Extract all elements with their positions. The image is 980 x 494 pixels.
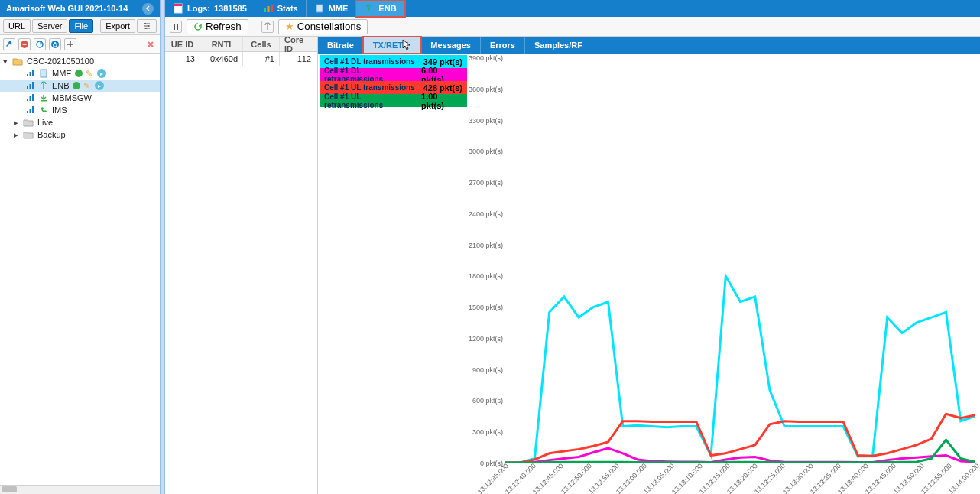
doc-icon — [173, 3, 183, 14]
poweroff-icon[interactable] — [49, 38, 61, 50]
legend-value: 1.00 pkt(s) — [421, 92, 462, 110]
subtab-txretx-label: TX/RETX — [373, 41, 408, 50]
url-button[interactable]: URL — [3, 19, 31, 33]
app-header: Amarisoft Web GUI 2021-10-14 — [0, 0, 160, 17]
subtab-messages[interactable]: Messages — [421, 37, 481, 54]
tree-backup[interactable]: ▸ Backup — [0, 128, 160, 141]
tab-logs-value: 1381585 — [214, 4, 247, 13]
signal-icon — [26, 69, 35, 78]
th-core[interactable]: Core ID — [280, 37, 316, 51]
edit-icon[interactable]: ✎ — [83, 81, 90, 91]
server-button[interactable]: Server — [32, 19, 67, 33]
status-ok-icon — [73, 82, 80, 89]
svg-rect-13 — [30, 84, 31, 89]
edit-icon[interactable]: ✎ — [86, 69, 92, 79]
refresh-icon — [193, 22, 203, 31]
legend-row[interactable]: Cell #1 DL retransmissions 6.00 pkt(s) — [320, 68, 467, 81]
cell-rnti: 0x460d — [200, 52, 243, 66]
play-icon[interactable]: ▸ — [97, 69, 106, 78]
svg-rect-4 — [23, 44, 27, 45]
phone-icon — [39, 106, 48, 115]
folder-icon — [12, 57, 23, 66]
export-button[interactable]: Export — [100, 19, 135, 33]
play-icon[interactable]: ▸ — [95, 81, 104, 90]
tab-logs-label: Logs: — [187, 4, 210, 13]
chart-area: Bitrate TX/RETX Messages Errors Samples/… — [318, 37, 980, 494]
svg-rect-25 — [267, 6, 269, 12]
collapse-icon[interactable]: ▾ — [3, 57, 11, 67]
th-rnti[interactable]: RNTI — [200, 37, 243, 51]
restart-icon[interactable] — [34, 38, 46, 50]
svg-rect-21 — [32, 106, 34, 113]
subtab-errors[interactable]: Errors — [481, 37, 525, 54]
antenna-icon — [364, 3, 375, 14]
svg-rect-28 — [174, 24, 175, 30]
antenna-icon — [39, 81, 48, 90]
tree-item-ims[interactable]: IMS — [0, 104, 160, 116]
subtab-bitrate[interactable]: Bitrate — [318, 37, 364, 54]
pause-icon[interactable] — [170, 21, 182, 33]
ue-table-header: UE ID RNTI Cells Core ID — [165, 37, 317, 52]
bars-icon — [263, 3, 274, 14]
tree-root[interactable]: ▾ CBC-2021050100 — [0, 55, 160, 67]
legend-label: Cell #1 UL retransmissions — [324, 93, 421, 109]
left-toolbar: URL Server File Export — [0, 17, 160, 35]
svg-point-0 — [144, 23, 146, 24]
tree-item-mbmsgw[interactable]: MBMSGW — [0, 92, 160, 104]
tab-stats[interactable]: Stats — [255, 0, 307, 17]
antenna-icon[interactable] — [261, 21, 274, 33]
tree-item-mme[interactable]: MME ✎ ▸ — [0, 67, 160, 80]
th-cells[interactable]: Cells — [243, 37, 280, 51]
x-axis: 13:12:35.00013:12:40.00013:12:45.00013:1… — [505, 463, 975, 494]
add-icon[interactable] — [64, 38, 76, 50]
stop-icon[interactable] — [18, 38, 31, 50]
svg-rect-27 — [316, 5, 323, 12]
subtab-txretx[interactable]: TX/RETX — [364, 37, 421, 54]
file-button[interactable]: File — [69, 19, 93, 33]
svg-rect-11 — [41, 70, 47, 77]
tab-stats-label: Stats — [277, 4, 298, 13]
wrench-icon[interactable] — [3, 38, 15, 50]
cell-ueid: 13 — [165, 52, 200, 66]
subtab-samples[interactable]: Samples/RF — [525, 37, 592, 54]
tab-enb[interactable]: ENB — [356, 0, 404, 17]
tab-logs[interactable]: Logs: 1381585 — [165, 0, 255, 17]
legend-label: Cell #1 UL transmissions — [324, 83, 415, 92]
legend-row[interactable]: Cell #1 UL retransmissions 1.00 pkt(s) — [320, 94, 467, 107]
content-row: UE ID RNTI Cells Core ID 13 0x460d #1 11… — [165, 37, 980, 494]
tree-backup-label: Backup — [37, 130, 66, 139]
folder-icon — [23, 118, 34, 127]
tree-live[interactable]: ▸ Live — [0, 116, 160, 128]
tree-scrollbar[interactable] — [0, 485, 160, 494]
tab-mme[interactable]: MME — [307, 0, 357, 17]
app-title: Amarisoft Web GUI 2021-10-14 — [6, 4, 128, 13]
svg-rect-17 — [32, 94, 34, 101]
constellations-label: Constellations — [297, 21, 362, 32]
expand-icon[interactable]: ▸ — [14, 130, 21, 140]
plot[interactable]: 0 pkt(s)300 pkt(s)600 pkt(s)900 pkt(s)12… — [469, 54, 980, 494]
clear-icon[interactable] — [144, 38, 157, 50]
tree-root-label: CBC-2021050100 — [27, 57, 94, 66]
svg-rect-14 — [32, 82, 34, 89]
tree-item-enb[interactable]: ENB ✎ ▸ — [0, 80, 160, 92]
svg-rect-24 — [264, 8, 266, 12]
left-sidebar: Amarisoft Web GUI 2021-10-14 URL Server … — [0, 0, 161, 494]
svg-rect-15 — [27, 99, 28, 101]
status-ok-icon — [75, 70, 83, 77]
th-ueid[interactable]: UE ID — [165, 37, 200, 51]
doc-icon — [314, 3, 325, 14]
svg-rect-20 — [30, 109, 31, 113]
settings-button[interactable] — [137, 19, 157, 33]
refresh-button[interactable]: Refresh — [187, 19, 248, 34]
collapse-left-icon[interactable] — [142, 3, 154, 15]
sliders-icon — [142, 21, 151, 31]
constellations-button[interactable]: ★ Constellations — [278, 19, 368, 34]
right-area: Logs: 1381585 Stats MME ENB Refresh ★ Co… — [165, 0, 980, 494]
svg-rect-12 — [27, 86, 28, 89]
signal-icon — [26, 106, 35, 115]
tree-item-label: IMS — [52, 106, 67, 115]
plot-canvas — [505, 58, 975, 463]
svg-rect-26 — [271, 5, 273, 12]
table-row[interactable]: 13 0x460d #1 112 — [165, 52, 317, 66]
expand-icon[interactable]: ▸ — [14, 118, 21, 128]
